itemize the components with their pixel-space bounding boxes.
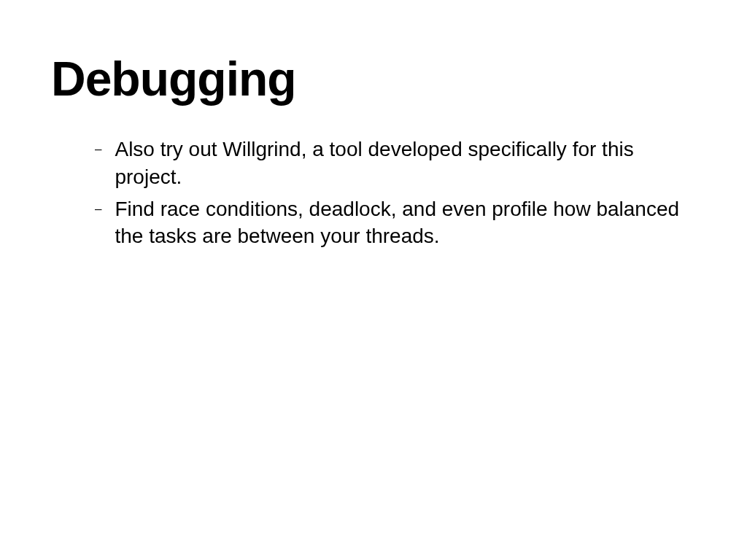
bullet-marker: – (95, 136, 101, 163)
list-item: – Also try out Willgrind, a tool develop… (95, 136, 696, 191)
bullet-list: – Also try out Willgrind, a tool develop… (51, 136, 696, 250)
slide-title: Debugging (51, 51, 696, 106)
bullet-text: Find race conditions, deadlock, and even… (115, 195, 696, 251)
bullet-marker: – (95, 195, 101, 223)
bullet-text: Also try out Willgrind, a tool developed… (115, 136, 696, 191)
slide-container: Debugging – Also try out Willgrind, a to… (0, 0, 747, 560)
list-item: – Find race conditions, deadlock, and ev… (95, 195, 696, 251)
